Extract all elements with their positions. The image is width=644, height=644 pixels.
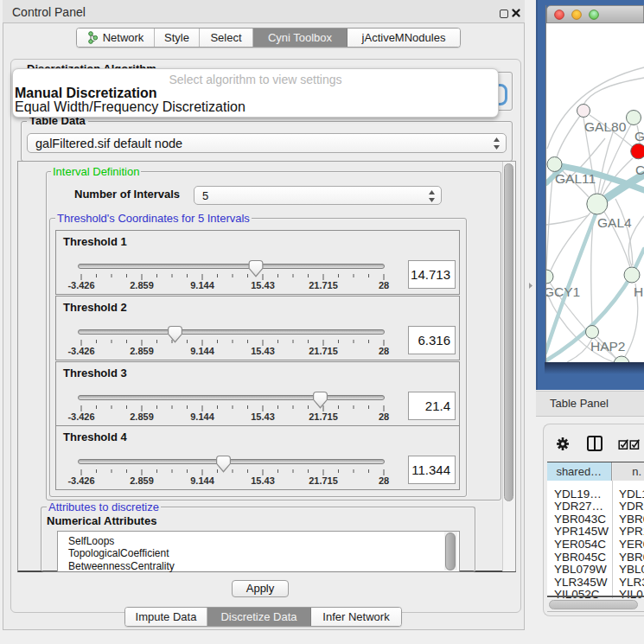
svg-text:2.859: 2.859: [130, 280, 154, 290]
svg-text:9.144: 9.144: [190, 475, 214, 485]
svg-text:15.43: 15.43: [251, 346, 275, 356]
svg-text:9.144: 9.144: [190, 280, 214, 290]
svg-text:GA: GA: [634, 129, 644, 143]
svg-text:GAL80: GAL80: [584, 119, 627, 134]
svg-text:15.43: 15.43: [251, 411, 275, 421]
svg-text:2.859: 2.859: [130, 411, 154, 421]
svg-text:21.715: 21.715: [309, 346, 338, 356]
svg-text:H: H: [634, 284, 643, 299]
svg-text:9.144: 9.144: [190, 346, 214, 356]
svg-text:28: 28: [379, 280, 389, 290]
svg-text:2.859: 2.859: [130, 346, 154, 356]
svg-text:21.715: 21.715: [309, 475, 338, 485]
svg-text:HAP2: HAP2: [590, 339, 626, 354]
svg-text:28: 28: [379, 346, 389, 356]
svg-text:-3.426: -3.426: [67, 346, 94, 356]
svg-text:9.144: 9.144: [190, 411, 214, 421]
svg-text:-3.426: -3.426: [67, 280, 94, 290]
svg-text:GCY1: GCY1: [546, 284, 580, 299]
svg-text:28: 28: [379, 475, 389, 485]
svg-text:-3.426: -3.426: [67, 411, 94, 421]
svg-text:C: C: [635, 163, 644, 177]
svg-text:-3.426: -3.426: [67, 475, 94, 485]
svg-text:21.715: 21.715: [309, 411, 338, 421]
svg-text:21.715: 21.715: [309, 280, 338, 290]
svg-text:2.859: 2.859: [130, 475, 154, 485]
svg-text:28: 28: [379, 411, 389, 421]
svg-text:15.43: 15.43: [251, 475, 275, 485]
svg-text:15.43: 15.43: [251, 280, 275, 290]
svg-text:GAL4: GAL4: [597, 215, 632, 230]
svg-text:GAL11: GAL11: [555, 171, 596, 186]
